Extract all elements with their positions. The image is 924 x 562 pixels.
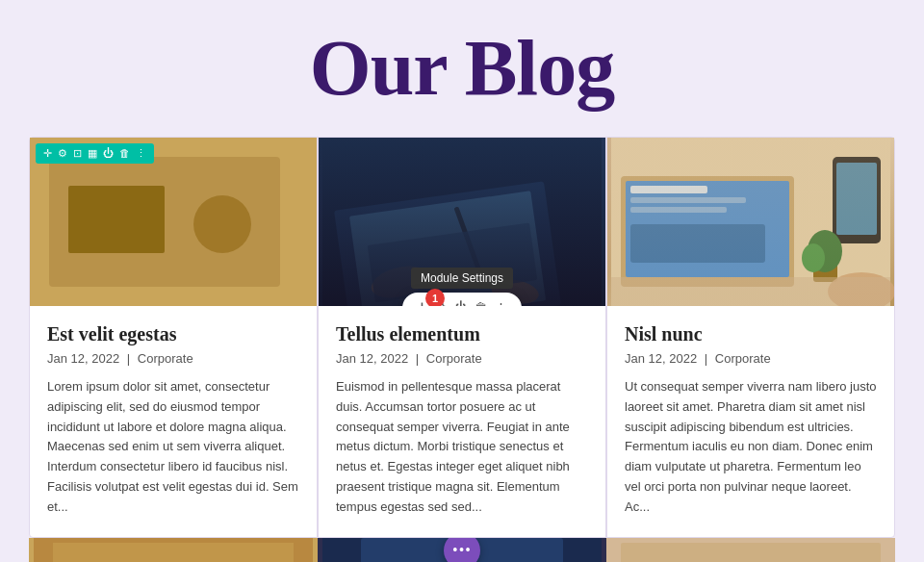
blog-card-1: ✛ ⚙ ⊡ ▦ ⏻ 🗑 ⋮ Est velit egestas Jan 12, … (29, 137, 318, 538)
module-badge: 1 (425, 289, 445, 306)
svg-point-31 (802, 243, 825, 272)
dots-icon: ••• (452, 542, 472, 559)
svg-rect-24 (630, 197, 746, 203)
card-title-1: Est velit egestas (47, 323, 299, 345)
card-content-2: Tellus elementum Jan 12, 2022 | Corporat… (319, 306, 605, 537)
bottom-preview-2: ••• (318, 538, 606, 562)
svg-point-7 (190, 171, 224, 210)
blog-header: Our Blog (0, 0, 924, 137)
module-delete-icon[interactable]: 🗑 (472, 298, 490, 306)
card-image-3 (607, 138, 894, 306)
blog-title: Our Blog (0, 29, 924, 108)
svg-rect-33 (611, 277, 890, 306)
bottom-row: ••• (0, 538, 924, 562)
card-separator-2: | (416, 351, 419, 366)
toolbar-copy-icon[interactable]: ⊡ (73, 148, 82, 159)
toolbar-add-icon[interactable]: ✛ (43, 148, 52, 159)
toolbar-1[interactable]: ✛ ⚙ ⊡ ▦ ⏻ 🗑 ⋮ (36, 143, 154, 164)
svg-rect-23 (630, 186, 707, 193)
svg-rect-29 (813, 253, 837, 282)
card-category-3: Corporate (715, 351, 771, 366)
svg-rect-12 (245, 142, 303, 219)
floating-dots-button[interactable]: ••• (444, 538, 480, 562)
svg-rect-27 (833, 157, 881, 243)
svg-rect-35 (53, 543, 294, 562)
card-separator-1: | (127, 351, 130, 366)
toolbar-grid-icon[interactable]: ▦ (88, 148, 97, 159)
bottom-preview-3 (606, 538, 895, 562)
card-date-2: Jan 12, 2022 (336, 351, 408, 366)
toolbar-power-icon[interactable]: ⏻ (103, 148, 114, 159)
card-category-2: Corporate (426, 351, 482, 366)
module-settings-popup: Module Settings ✛ ⚙ ⏻ 🗑 ⋮ 1 (402, 268, 522, 306)
card-meta-1: Jan 12, 2022 | Corporate (47, 351, 299, 366)
svg-rect-25 (630, 207, 727, 213)
svg-rect-28 (836, 163, 877, 235)
svg-rect-4 (101, 222, 159, 280)
card-meta-3: Jan 12, 2022 | Corporate (625, 351, 877, 366)
card-date-1: Jan 12, 2022 (47, 351, 119, 366)
svg-rect-22 (626, 181, 789, 277)
svg-point-32 (828, 272, 894, 306)
card-image-2: Module Settings ✛ ⚙ ⏻ 🗑 ⋮ 1 (319, 138, 605, 306)
module-more-icon[interactable]: ⋮ (492, 298, 510, 306)
svg-rect-6 (162, 217, 233, 260)
card-image-1: ✛ ⚙ ⊡ ▦ ⏻ 🗑 ⋮ (30, 138, 317, 306)
svg-point-3 (109, 181, 151, 229)
svg-rect-8 (186, 207, 228, 255)
module-toolbar[interactable]: ✛ ⚙ ⏻ 🗑 ⋮ 1 (402, 293, 522, 306)
card-excerpt-1: Lorem ipsum dolor sit amet, consectetur … (47, 377, 299, 518)
card-excerpt-3: Ut consequat semper viverra nam libero j… (625, 377, 877, 518)
cards-grid: ✛ ⚙ ⊡ ▦ ⏻ 🗑 ⋮ Est velit egestas Jan 12, … (0, 137, 924, 538)
toolbar-delete-icon[interactable]: 🗑 (119, 148, 130, 159)
svg-rect-26 (630, 224, 765, 263)
blog-card-3: Nisl nunc Jan 12, 2022 | Corporate Ut co… (606, 137, 895, 538)
blog-card-2: Module Settings ✛ ⚙ ⏻ 🗑 ⋮ 1 Tellus eleme… (318, 137, 606, 538)
svg-rect-5 (159, 215, 236, 268)
module-power-icon[interactable]: ⏻ (451, 298, 470, 306)
module-settings-label: Module Settings (411, 268, 513, 289)
card-date-3: Jan 12, 2022 (625, 351, 697, 366)
svg-rect-21 (621, 176, 794, 287)
card-excerpt-2: Euismod in pellentesque massa placerat d… (336, 377, 588, 518)
card-separator-3: | (705, 351, 707, 366)
toolbar-more-icon[interactable]: ⋮ (136, 148, 146, 159)
card-content-1: Est velit egestas Jan 12, 2022 | Corpora… (30, 306, 317, 537)
svg-point-30 (808, 230, 842, 272)
card-title-2: Tellus elementum (336, 323, 588, 345)
svg-rect-9 (82, 215, 101, 229)
card-category-1: Corporate (138, 351, 193, 366)
svg-rect-39 (621, 543, 881, 562)
svg-rect-20 (611, 138, 890, 306)
card-content-3: Nisl nunc Jan 12, 2022 | Corporate Ut co… (607, 306, 894, 537)
toolbar-settings-icon[interactable]: ⚙ (58, 148, 67, 159)
svg-rect-2 (63, 224, 284, 234)
page-wrapper: Our Blog (0, 0, 924, 562)
bottom-preview-1 (29, 538, 318, 562)
card-title-3: Nisl nunc (625, 323, 877, 345)
card-meta-2: Jan 12, 2022 | Corporate (336, 351, 588, 366)
